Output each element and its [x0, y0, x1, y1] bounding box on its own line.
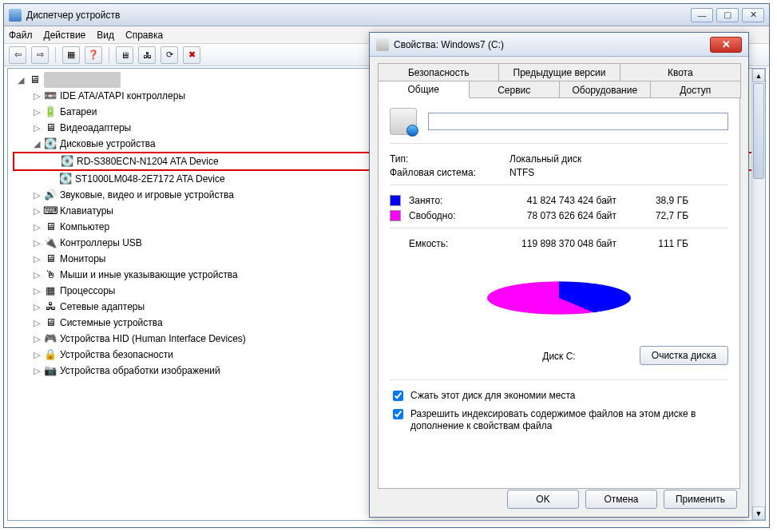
tab-tools[interactable]: Сервис — [469, 81, 561, 98]
node-label: Клавиатуры — [60, 203, 113, 219]
scroll-down-icon[interactable]: ▼ — [752, 506, 765, 520]
node-label: Компьютер — [60, 219, 109, 235]
expander-icon[interactable]: ▷ — [32, 283, 41, 299]
expander-icon[interactable]: ▷ — [32, 267, 41, 283]
compress-label: Сжать этот диск для экономии места — [410, 390, 575, 402]
tab-general[interactable]: Общие — [378, 81, 470, 98]
expander-icon[interactable]: ▷ — [32, 88, 41, 104]
node-label: RD-S380ECN-N1204 ATA Device — [77, 153, 219, 169]
menu-file[interactable]: Файл — [9, 30, 33, 41]
cpu-icon: ▦ — [44, 284, 57, 297]
tab-quota[interactable]: Квота — [620, 63, 741, 81]
node-label: Батареи — [60, 104, 97, 120]
tab-previous-versions[interactable]: Предыдущие версии — [498, 63, 620, 81]
expander-icon[interactable]: ▷ — [32, 347, 41, 363]
disk-drive-icon: 💽 — [44, 137, 57, 150]
root-label: hidden — [44, 72, 121, 88]
system-icon: 🖥 — [44, 316, 57, 329]
expander-icon[interactable]: ▷ — [32, 187, 41, 203]
expander-icon[interactable]: ◢ — [32, 136, 41, 152]
scroll-thumb[interactable] — [753, 83, 764, 179]
used-bytes: 41 824 743 424 байт — [489, 195, 632, 206]
expander-icon[interactable]: ▷ — [32, 251, 41, 267]
type-label: Тип: — [390, 153, 509, 165]
free-swatch-icon — [390, 210, 401, 221]
toolbar-update-icon[interactable]: ⟳ — [161, 46, 178, 64]
minimize-button[interactable]: — — [691, 8, 713, 22]
tree-scrollbar[interactable]: ▲ ▼ — [751, 69, 765, 520]
node-label: Устройства обработки изображений — [60, 363, 220, 379]
ok-button[interactable]: OK — [507, 490, 579, 509]
node-label: IDE ATA/ATAPI контроллеры — [60, 88, 185, 104]
close-button[interactable]: ✕ — [710, 37, 742, 53]
maximize-button[interactable]: ▢ — [716, 8, 739, 22]
fs-value: NTFS — [509, 167, 534, 178]
toolbar-uninstall-icon[interactable]: ✖ — [183, 46, 200, 64]
ide-icon: 📼 — [44, 89, 57, 102]
close-button[interactable]: ✕ — [742, 8, 764, 22]
compress-checkbox[interactable] — [393, 391, 403, 401]
toolbar-props-icon[interactable]: ▦ — [62, 46, 80, 64]
toolbar-help-icon[interactable]: ❓ — [85, 46, 102, 64]
expander-icon[interactable]: ▷ — [32, 104, 41, 120]
index-checkbox-row[interactable]: Разрешить индексировать содержимое файло… — [390, 408, 728, 432]
divider — [390, 185, 728, 185]
expander-icon[interactable]: ◢ — [16, 72, 25, 88]
cancel-button[interactable]: Отмена — [585, 490, 657, 509]
menu-view[interactable]: Вид — [97, 30, 114, 41]
node-label: Процессоры — [60, 283, 116, 299]
drive-icon-small — [376, 38, 389, 51]
dm-titlebar[interactable]: Диспетчер устройств — ▢ ✕ — [4, 4, 769, 26]
toolbar-refresh-icon[interactable]: 🖧 — [138, 46, 156, 64]
compress-checkbox-row[interactable]: Сжать этот диск для экономии места — [390, 390, 728, 403]
divider — [390, 379, 728, 380]
sound-icon: 🔊 — [44, 189, 57, 201]
prop-titlebar[interactable]: Свойства: Windows7 (C:) ✕ — [370, 33, 748, 57]
expander-icon[interactable]: ▷ — [32, 120, 41, 136]
toolbar-scan-icon[interactable]: 🖥 — [116, 46, 133, 64]
expander-icon[interactable]: ▷ — [32, 363, 41, 379]
divider — [390, 228, 728, 228]
drive-properties-dialog: Свойства: Windows7 (C:) ✕ Безопасность П… — [369, 32, 749, 518]
capacity-human: 111 ГБ — [632, 238, 688, 249]
mouse-icon: 🖱 — [44, 268, 57, 281]
expander-icon[interactable]: ▷ — [32, 299, 41, 315]
dm-title: Диспетчер устройств — [26, 10, 691, 21]
expander-icon[interactable]: ▷ — [32, 235, 41, 251]
drive-label-input[interactable] — [428, 113, 728, 130]
hdd-icon: 💽 — [61, 155, 73, 168]
expander-icon[interactable]: ▷ — [32, 331, 41, 347]
tab-hardware[interactable]: Оборудование — [559, 81, 651, 98]
expander-icon[interactable]: ▷ — [32, 219, 41, 235]
pc-icon: 🖥 — [44, 220, 57, 233]
network-icon: 🖧 — [44, 300, 57, 313]
used-label: Занято: — [409, 195, 489, 206]
display-adapter-icon: 🖥 — [44, 121, 57, 134]
computer-icon: 🖥 — [28, 73, 41, 86]
tab-sharing[interactable]: Доступ — [650, 81, 742, 98]
node-label: Видеоадаптеры — [60, 120, 131, 136]
node-label: Мыши и иные указывающие устройства — [60, 267, 238, 283]
node-label: Звуковые, видео и игровые устройства — [60, 187, 234, 203]
node-label: Системные устройства — [60, 315, 163, 331]
keyboard-icon: ⌨ — [44, 204, 57, 217]
toolbar-back-icon[interactable]: ⇦ — [9, 46, 26, 64]
menu-help[interactable]: Справка — [125, 30, 163, 41]
tab-security[interactable]: Безопасность — [378, 63, 499, 81]
toolbar-sep — [55, 47, 56, 63]
type-value: Локальный диск — [509, 153, 581, 165]
tab-pane-general: Тип: Локальный диск Файловая система: NT… — [378, 97, 740, 489]
expander-icon[interactable]: ▷ — [32, 315, 41, 331]
node-label: Устройства безопасности — [60, 347, 173, 363]
capacity-label: Емкость: — [409, 238, 489, 249]
usage-pie-chart — [487, 269, 631, 333]
index-checkbox[interactable] — [393, 409, 403, 419]
capacity-bytes: 119 898 370 048 байт — [489, 238, 632, 249]
scroll-up-icon[interactable]: ▲ — [752, 69, 765, 82]
expander-icon[interactable]: ▷ — [32, 203, 41, 219]
toolbar-fwd-icon[interactable]: ⇨ — [31, 46, 49, 64]
menu-action[interactable]: Действие — [44, 30, 86, 41]
drive-icon — [390, 108, 417, 135]
toolbar-sep2 — [109, 47, 109, 63]
apply-button[interactable]: Применить — [664, 490, 737, 509]
